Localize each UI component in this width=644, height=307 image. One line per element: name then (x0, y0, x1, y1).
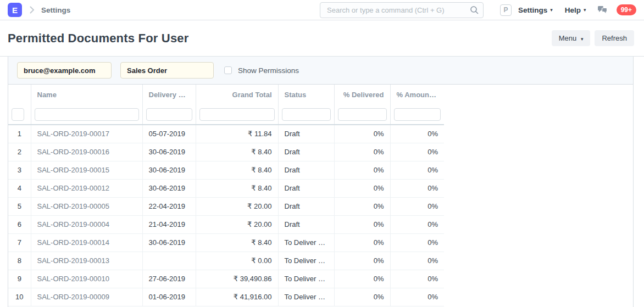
table-body: 1SAL-ORD-2019-0001705-07-2019₹ 11.84Draf… (8, 125, 444, 306)
cell-idx: 1 (8, 125, 31, 143)
cell-status: To Deliver an... (278, 270, 334, 288)
cell-grand-total: ₹ 11.84 (196, 125, 278, 143)
avatar[interactable]: P (500, 4, 512, 16)
cell-name[interactable]: SAL-ORD-2019-00009 (31, 288, 142, 306)
cell-name[interactable]: SAL-ORD-2019-00015 (31, 161, 142, 179)
cell-name[interactable]: SAL-ORD-2019-00016 (31, 143, 142, 161)
doctype-filter-input[interactable] (120, 62, 214, 79)
pct-amount-column-filter-input[interactable] (394, 108, 441, 121)
table-row: 8SAL-ORD-2019-00013₹ 0.00To Deliver an..… (8, 252, 444, 270)
cell-pct-amount: 0% (390, 125, 444, 143)
cell-name[interactable]: SAL-ORD-2019-00010 (31, 270, 142, 288)
help-dropdown-label: Help (565, 6, 581, 14)
cell-idx: 5 (8, 197, 31, 215)
table-row: 6SAL-ORD-2019-0000421-04-2019₹ 20.00Draf… (8, 215, 444, 233)
pct-delivered-column-filter-input[interactable] (338, 108, 387, 121)
filter-bar: Show Permissions (8, 57, 633, 85)
cell-pct-delivered: 0% (334, 233, 390, 252)
user-filter-input[interactable] (17, 62, 112, 79)
page-title: Permitted Documents For User (8, 31, 189, 46)
cell-pct-amount: 0% (390, 270, 444, 288)
column-header-name[interactable]: Name (31, 85, 142, 105)
cell-idx: 7 (8, 233, 31, 252)
cell-grand-total: ₹ 8.40 (196, 161, 278, 179)
column-filter-row (8, 105, 444, 125)
cell-delivery-date: 30-06-2019 (142, 143, 196, 161)
cell-delivery-date: 22-04-2019 (142, 197, 196, 215)
chat-icon[interactable] (597, 5, 608, 15)
cell-name[interactable]: SAL-ORD-2019-00004 (31, 215, 142, 233)
show-permissions-toggle[interactable]: Show Permissions (224, 66, 299, 75)
navbar-right: P Settings ▾ Help ▾ 99+ (500, 4, 636, 16)
permitted-documents-table: Name Delivery Date Grand Total Status % … (8, 85, 444, 306)
table-row: 7SAL-ORD-2019-0001430-06-2019₹ 8.40To De… (8, 233, 444, 252)
cell-pct-amount: 0% (390, 233, 444, 252)
cell-pct-amount: 0% (390, 179, 444, 197)
cell-pct-delivered: 0% (334, 161, 390, 179)
cell-delivery-date (142, 252, 196, 270)
column-header-delivery-date[interactable]: Delivery Date (142, 85, 196, 105)
cell-pct-amount: 0% (390, 161, 444, 179)
status-column-filter-input[interactable] (282, 108, 331, 121)
name-column-filter-input[interactable] (35, 108, 139, 121)
cell-idx: 6 (8, 215, 31, 233)
column-header-pct-delivered[interactable]: % Delivered (334, 85, 390, 105)
settings-dropdown-label: Settings (518, 6, 547, 14)
cell-idx: 2 (8, 143, 31, 161)
table-row: 4SAL-ORD-2019-0001230-06-2019₹ 8.40Draft… (8, 179, 444, 197)
index-column-filter-input[interactable] (12, 108, 24, 121)
cell-name[interactable]: SAL-ORD-2019-00012 (31, 179, 142, 197)
cell-status: Draft (278, 143, 334, 161)
column-header-pct-amount[interactable]: % Amount ... (390, 85, 444, 105)
cell-name[interactable]: SAL-ORD-2019-00014 (31, 233, 142, 252)
cell-idx: 8 (8, 252, 31, 270)
cell-delivery-date: 05-07-2019 (142, 125, 196, 143)
help-dropdown[interactable]: Help ▾ (565, 6, 586, 14)
table-row: 5SAL-ORD-2019-0000522-04-2019₹ 20.00Draf… (8, 197, 444, 215)
page-actions: Menu ▾ Refresh (552, 30, 634, 46)
cell-name[interactable]: SAL-ORD-2019-00013 (31, 252, 142, 270)
cell-pct-amount: 0% (390, 252, 444, 270)
cell-pct-amount: 0% (390, 197, 444, 215)
show-permissions-checkbox[interactable] (224, 66, 232, 74)
cell-pct-delivered: 0% (334, 288, 390, 306)
search-input[interactable] (320, 2, 484, 18)
column-header-grand-total[interactable]: Grand Total (196, 85, 278, 105)
page-head: Permitted Documents For User Menu ▾ Refr… (0, 20, 644, 57)
column-header-status[interactable]: Status (278, 85, 334, 105)
cell-grand-total: ₹ 20.00 (196, 215, 278, 233)
cell-idx: 3 (8, 161, 31, 179)
cell-pct-delivered: 0% (334, 143, 390, 161)
cell-delivery-date: 01-06-2019 (142, 288, 196, 306)
cell-delivery-date: 30-06-2019 (142, 179, 196, 197)
settings-dropdown[interactable]: Settings ▾ (518, 6, 553, 14)
search-icon (470, 5, 479, 16)
cell-idx: 4 (8, 179, 31, 197)
breadcrumb-settings[interactable]: Settings (41, 6, 70, 14)
cell-status: To Deliver an... (278, 288, 334, 306)
cell-status: To Deliver an... (278, 233, 334, 252)
cell-pct-amount: 0% (390, 215, 444, 233)
cell-delivery-date: 21-04-2019 (142, 215, 196, 233)
table-row: 2SAL-ORD-2019-0001630-06-2019₹ 8.40Draft… (8, 143, 444, 161)
chevron-down-icon: ▾ (584, 7, 586, 13)
cell-status: To Deliver an... (278, 252, 334, 270)
menu-button[interactable]: Menu ▾ (552, 30, 591, 46)
cell-grand-total: ₹ 8.40 (196, 179, 278, 197)
cell-delivery-date: 30-06-2019 (142, 233, 196, 252)
notification-badge[interactable]: 99+ (617, 4, 636, 15)
cell-grand-total: ₹ 39,490.86 (196, 270, 278, 288)
chevron-down-icon: ▾ (581, 36, 584, 42)
grand-total-column-filter-input[interactable] (199, 108, 275, 121)
cell-status: Draft (278, 197, 334, 215)
app-logo[interactable]: E (8, 3, 22, 17)
cell-status: Draft (278, 179, 334, 197)
cell-name[interactable]: SAL-ORD-2019-00017 (31, 125, 142, 143)
delivery-date-column-filter-input[interactable] (146, 108, 192, 121)
chevron-right-icon (30, 6, 35, 14)
table-row: 3SAL-ORD-2019-0001530-06-2019₹ 8.40Draft… (8, 161, 444, 179)
cell-pct-delivered: 0% (334, 179, 390, 197)
cell-pct-delivered: 0% (334, 252, 390, 270)
cell-name[interactable]: SAL-ORD-2019-00005 (31, 197, 142, 215)
refresh-button[interactable]: Refresh (595, 30, 634, 46)
